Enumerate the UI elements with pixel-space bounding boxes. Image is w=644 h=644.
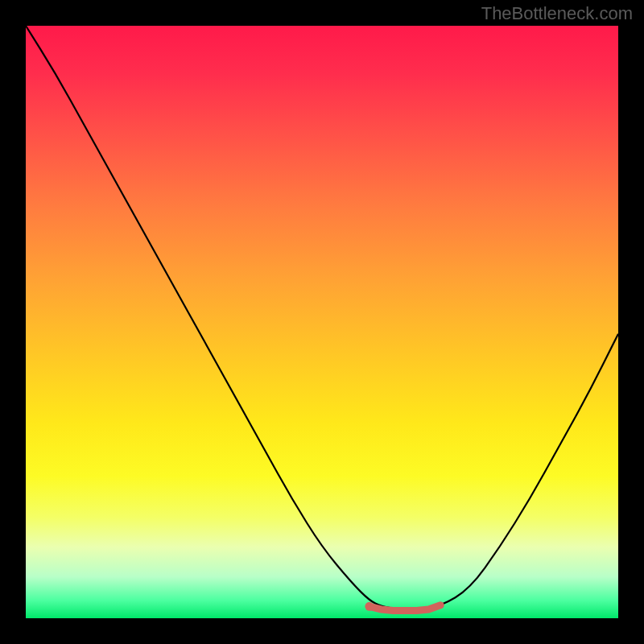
watermark-text: TheBottleneck.com (481, 3, 633, 24)
optimal-band-line (369, 605, 440, 611)
plot-area (26, 26, 618, 618)
bottleneck-curve-line (26, 26, 618, 609)
optimal-start-dot (365, 602, 374, 611)
chart-svg (26, 26, 618, 618)
